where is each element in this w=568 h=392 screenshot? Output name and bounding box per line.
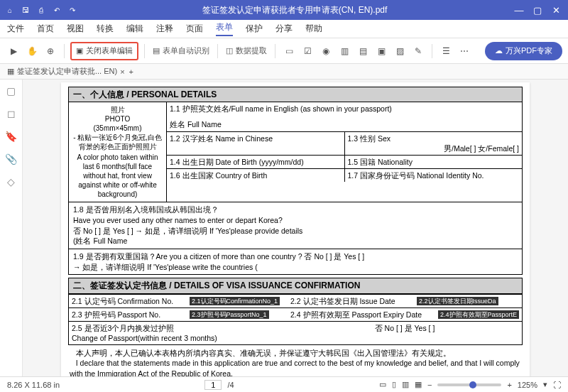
field-tag-2-4[interactable]: 2.4护照有效期至PassportE	[438, 310, 519, 319]
tab-close-icon[interactable]: ×	[120, 67, 124, 76]
view-cover-icon[interactable]: ▦	[415, 380, 422, 389]
menu-help[interactable]: 帮助	[305, 23, 322, 35]
zoom-thumb[interactable]	[469, 381, 476, 388]
separator	[432, 44, 432, 58]
layers-icon[interactable]: 📎	[5, 153, 17, 165]
minimize-icon[interactable]: —	[511, 5, 527, 16]
cell-1-7: 1.7 国家身份证号码 National Identity No.	[345, 169, 523, 182]
zoom-in-icon[interactable]: +	[507, 381, 511, 389]
zoom-value: 125%	[518, 381, 537, 389]
new-tab-icon[interactable]: +	[129, 67, 133, 76]
q1-9: 1.9 是否拥有双重国籍？Are you a citizen of more t…	[73, 251, 518, 262]
print-icon[interactable]: ⎙	[36, 4, 47, 16]
auto-recognize-label: 表单自动识别	[163, 45, 209, 56]
menu-home[interactable]: 首页	[37, 23, 54, 35]
maximize-icon[interactable]: ▢	[530, 5, 545, 16]
select-tool-icon[interactable]: ▶	[6, 43, 21, 60]
menu-form[interactable]: 表单	[216, 21, 233, 36]
page-current-input[interactable]	[204, 380, 222, 390]
field-tag-2-2[interactable]: 2.2认定书签发日期IssueDa	[417, 297, 498, 305]
menu-protect[interactable]: 保护	[246, 23, 263, 35]
undo-icon[interactable]: ↶	[51, 4, 62, 16]
textfield-icon[interactable]: ▭	[281, 43, 297, 60]
combobox-icon[interactable]: ▥	[337, 43, 352, 60]
close-form-edit-label: 关闭表单编辑	[86, 45, 133, 56]
cell-2-4: 2.4 护照有效期至 Passport Expiry Date	[288, 308, 437, 321]
menu-convert[interactable]: 转换	[97, 23, 114, 35]
expert-label: 万兴PDF专家	[506, 45, 552, 56]
listbox-icon[interactable]: ▤	[355, 43, 371, 60]
more-icon[interactable]: ⋯	[457, 43, 472, 60]
q1-8-cn: 1.8 是否曾用别名入境韩国或从韩国出境？	[73, 205, 518, 215]
view-facing-icon[interactable]: ▥	[402, 380, 409, 389]
titlebar: ⌂ 🖫 ⎙ ↶ ↷ 签证签发认定申请获批者专用申请表(CN, EN).pdf —…	[0, 0, 568, 20]
attachment-icon[interactable]: 🔖	[5, 131, 17, 142]
page-total: /4	[227, 381, 234, 389]
view-continuous-icon[interactable]: ▯	[392, 380, 396, 389]
image-field-icon[interactable]: ▨	[392, 43, 408, 60]
label-1-1b: 姓名 Full Name	[170, 119, 519, 129]
zoom-out-icon[interactable]: −	[427, 381, 432, 389]
photo-en: PHOTO	[72, 114, 163, 124]
window-controls: — ▢ ✕	[511, 5, 564, 16]
cell-2-5: 2.5 是否近3个月内换发过护照 Change of Passport(with…	[69, 322, 288, 344]
redo-icon[interactable]: ↷	[67, 4, 78, 16]
checkbox-icon[interactable]: ☑	[300, 43, 315, 60]
label-2-5: 2.5 是否近3个月内换发过护照	[72, 323, 285, 333]
menu-view[interactable]: 视图	[67, 23, 84, 35]
expert-button[interactable]: ☁ 万兴PDF专家	[485, 42, 562, 60]
cell-1-5: 1.5 国籍 Nationality	[345, 156, 523, 168]
field-tag-2-1[interactable]: 2.1认定号码ConfirmationNo_1	[190, 297, 280, 305]
photo-title: 照片	[72, 105, 163, 114]
cell-1-4: 1.4 出生日期 Date of Birth (yyyy/mm/dd)	[167, 156, 345, 168]
zoom-slider[interactable]	[437, 383, 501, 386]
save-icon[interactable]: 🖫	[20, 4, 31, 16]
pdf-page: 一、个人信息 / PERSONAL DETAILS 照片 PHOTO (35mm…	[61, 82, 530, 376]
menubar: 文件 首页 视图 转换 编辑 注释 页面 表单 保护 分享 帮助	[0, 20, 568, 38]
fullscreen-icon[interactable]: ⛶	[553, 381, 561, 389]
menu-edit[interactable]: 编辑	[126, 23, 143, 35]
document-tabstrip: ▦ 签证签发认定申请获批... EN) × +	[0, 64, 568, 80]
separator	[217, 44, 218, 58]
document-tab[interactable]: ▦ 签证签发认定申请获批... EN) ×	[7, 66, 125, 77]
align-icon[interactable]: ☰	[438, 43, 454, 60]
data-extract-label: 数据提取	[236, 45, 267, 56]
cell-2-2: 2.2 认定书签发日期 Issue Date	[288, 295, 415, 307]
data-extract-button[interactable]: ◫数据提取	[224, 43, 269, 60]
page-canvas[interactable]: 一、个人信息 / PERSONAL DETAILS 照片 PHOTO (35mm…	[23, 80, 568, 376]
cell-2-1: 2.1 认定号码 Confirmation No.	[69, 295, 188, 307]
auto-recognize-icon: ▤	[153, 46, 160, 55]
section-visa: 二、签证签发认定书信息 / DETAILS OF VISA ISSUANCE C…	[68, 278, 523, 293]
zoom-tool-icon[interactable]: ⊕	[43, 43, 58, 60]
q1-9b: → 如是，请详细说明 If 'Yes'please write the coun…	[73, 262, 518, 273]
q-1-8: 1.8 是否曾用别名入境韩国或从韩国出境？ Have you ever used…	[68, 202, 523, 249]
doc-icon: ▦	[7, 67, 14, 76]
hand-tool-icon[interactable]: ✋	[24, 43, 40, 60]
menu-page[interactable]: 页面	[186, 23, 203, 35]
menu-share[interactable]: 分享	[275, 23, 293, 35]
toolbar: ▶ ✋ ⊕ ▣ 关闭表单编辑 ▤表单自动识别 ◫数据提取 ▭ ☑ ◉ ▥ ▤ ▣…	[0, 38, 568, 64]
home-icon[interactable]: ⌂	[4, 4, 16, 16]
page-dimensions: 8.26 X 11.68 in	[7, 381, 60, 389]
separator	[275, 44, 275, 58]
comment-panel-icon[interactable]: ◇	[7, 176, 15, 187]
separator	[64, 44, 65, 58]
signature-field-icon[interactable]: ✎	[410, 43, 426, 60]
auto-recognize-button[interactable]: ▤表单自动识别	[151, 43, 212, 60]
thumbnail-icon[interactable]: ▢	[6, 85, 16, 97]
close-form-edit-button[interactable]: ▣ 关闭表单编辑	[70, 42, 138, 60]
close-icon[interactable]: ✕	[548, 5, 564, 16]
bookmark-icon[interactable]: ◻	[7, 108, 16, 119]
label-1-3: 1.3 性别 Sex	[348, 134, 520, 143]
button-field-icon[interactable]: ▣	[373, 43, 389, 60]
view-single-icon[interactable]: ▭	[379, 380, 386, 389]
photo-cell: 照片 PHOTO (35mm×45mm) - 粘贴一张近6个月免冠,白色背景的彩…	[69, 102, 167, 202]
radio-icon[interactable]: ◉	[318, 43, 334, 60]
section-personal: 一、个人信息 / PERSONAL DETAILS	[68, 87, 523, 102]
left-sidebar: ▢ ◻ 🔖 📎 ◇	[0, 80, 23, 376]
field-tag-2-3[interactable]: 2.3护照号码PassportNo_1	[190, 310, 269, 319]
menu-file[interactable]: 文件	[7, 23, 24, 35]
photo-dim: (35mm×45mm)	[72, 124, 163, 133]
zoom-dropdown-icon[interactable]: ▾	[543, 380, 547, 389]
menu-comment[interactable]: 注释	[156, 23, 173, 35]
